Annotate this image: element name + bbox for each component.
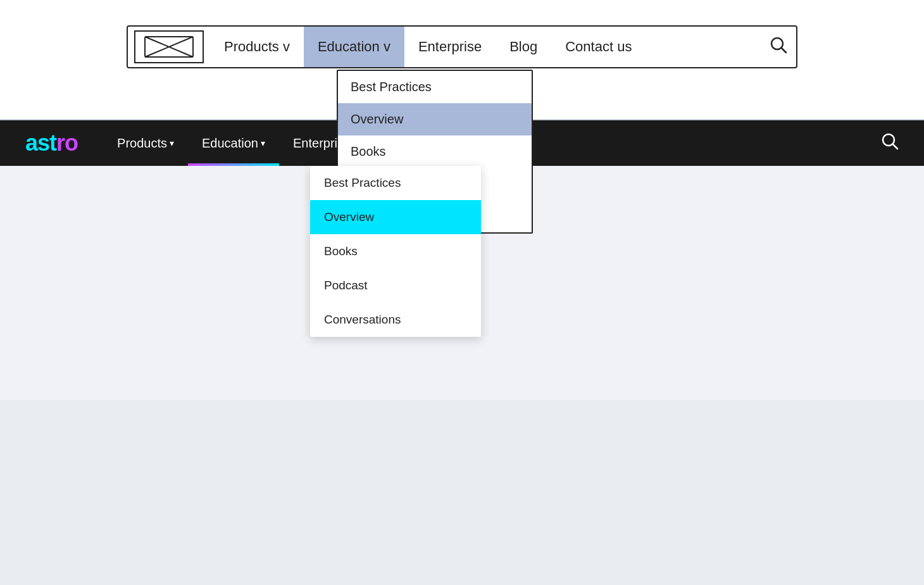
wireframe-logo	[134, 30, 204, 63]
dark-education-dropdown: Best Practices Overview Books Podcast Co…	[310, 166, 481, 337]
dark-dropdown-conversations[interactable]: Conversations	[310, 303, 481, 337]
logo-o: o	[65, 130, 78, 156]
dark-dropdown-best-practices[interactable]: Best Practices	[310, 166, 481, 200]
wf-nav-contact[interactable]: Contact us	[551, 27, 646, 67]
wf-dropdown-books[interactable]: Books	[338, 135, 532, 168]
education-arrow: ▾	[261, 138, 265, 148]
wireframe-nav-items: Products v Education v Enterprise Blog C…	[210, 27, 770, 67]
wf-dropdown-best-practices[interactable]: Best Practices	[338, 71, 532, 103]
logo-svg	[144, 35, 194, 58]
logo-s: s	[37, 130, 49, 156]
wf-nav-blog[interactable]: Blog	[496, 27, 551, 67]
svg-line-6	[893, 144, 897, 149]
wf-search-icon[interactable]	[770, 36, 787, 58]
logo-r: r	[56, 130, 65, 156]
dark-dropdown-overview[interactable]: Overview	[310, 200, 481, 234]
svg-line-4	[782, 48, 786, 53]
astro-logo: astro	[25, 130, 78, 156]
dark-search-icon[interactable]	[881, 132, 899, 154]
wf-nav-education[interactable]: Education v	[304, 27, 404, 67]
top-section: Products v Education v Enterprise Blog C…	[0, 0, 924, 120]
dark-nav-education[interactable]: Education ▾	[188, 120, 279, 166]
wf-nav-products[interactable]: Products v	[210, 27, 304, 67]
wf-dropdown-overview[interactable]: Overview	[338, 103, 532, 135]
dark-dropdown-podcast[interactable]: Podcast	[310, 268, 481, 303]
wireframe-navbar: Products v Education v Enterprise Blog C…	[127, 25, 797, 68]
dark-nav-products[interactable]: Products ▾	[103, 120, 188, 166]
logo-t: t	[49, 130, 56, 156]
products-arrow: ▾	[170, 138, 174, 148]
dark-dropdown-books[interactable]: Books	[310, 234, 481, 268]
logo-a: a	[25, 130, 37, 156]
wf-nav-enterprise[interactable]: Enterprise	[404, 27, 496, 67]
